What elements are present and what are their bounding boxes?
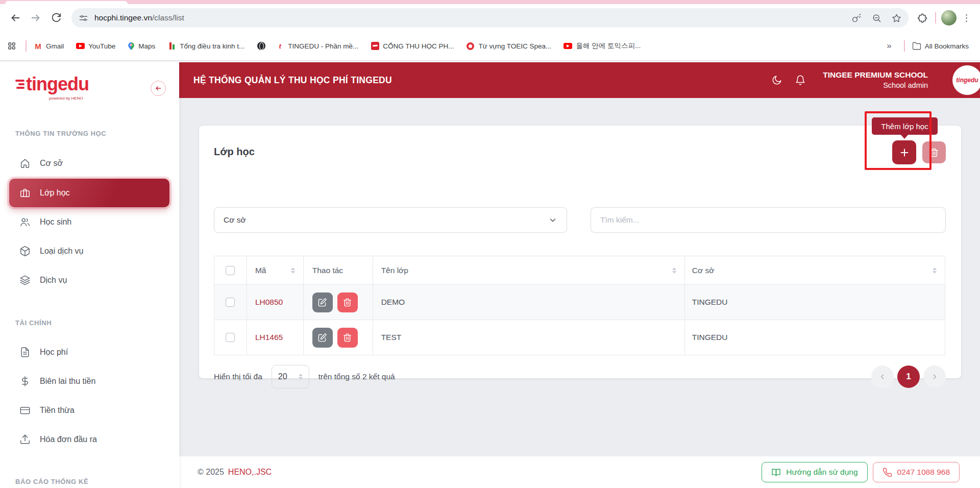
bookmark-korean[interactable]: 올해 안에 토익스피... <box>564 41 641 51</box>
tingedu-logo[interactable]: tingedu <box>15 74 89 95</box>
bookmarks-separator <box>904 40 905 52</box>
edit-button[interactable] <box>312 292 333 312</box>
section-label-finance: TÀI CHÍNH <box>15 319 52 327</box>
pagination-row: Hiển thị tối đa 20 trên tổng số 2 kết qu… <box>214 365 946 388</box>
app-footer: © 2025 HENO,.JSC Hướng dẫn sử dụng 0247 … <box>179 456 980 488</box>
browser-menu-button[interactable] <box>958 9 975 27</box>
bookmark-tingedu[interactable]: t TINGEDU - Phần mề... <box>276 42 358 51</box>
delete-button[interactable] <box>337 292 358 312</box>
sort-icon <box>291 267 295 274</box>
hotline-button[interactable]: 0247 1088 968 <box>873 462 960 482</box>
header-branch[interactable]: Cơ sở <box>685 256 945 284</box>
bookmark-cong-thu[interactable]: CỔNG THU HỌC PH... <box>371 42 454 51</box>
bookmark-toeic[interactable]: Từ vựng TOEIC Spea... <box>466 42 551 51</box>
delete-button[interactable] <box>337 328 358 348</box>
sidebar-item-loai-dich-vu[interactable]: Loại dịch vụ <box>9 238 169 264</box>
bookmark-youtube[interactable]: YouTube <box>76 42 115 51</box>
package-icon <box>19 246 31 257</box>
header-class-name[interactable]: Tên lớp <box>373 256 685 284</box>
table-header-row: Mã Thao tác Tên lớp Cơ sở <box>214 256 945 285</box>
tingee-square-icon <box>371 42 379 51</box>
school-name: TINGEE PREMIUM SCHOOL <box>823 70 928 81</box>
bookmark-gmail[interactable]: M Gmail <box>34 42 64 51</box>
next-page-button[interactable] <box>923 365 946 388</box>
bookmark-star-icon[interactable] <box>892 13 901 23</box>
page-size-selector[interactable]: 20 <box>272 365 309 388</box>
row-checkbox[interactable] <box>226 298 235 307</box>
notifications-button[interactable] <box>791 71 810 89</box>
company-link[interactable]: HENO,.JSC <box>228 468 272 477</box>
logo-speed-lines-icon <box>15 80 24 89</box>
prev-page-button[interactable] <box>871 365 894 388</box>
bookmark-label: Gmail <box>46 42 64 50</box>
all-bookmarks-button[interactable]: All Bookmarks <box>912 41 969 51</box>
back-icon <box>10 12 21 23</box>
phone-icon <box>883 468 892 477</box>
school-avatar[interactable]: tingedu <box>952 65 980 95</box>
class-code-link[interactable]: LH0850 <box>255 298 283 307</box>
select-all-cell <box>214 256 247 284</box>
edit-button[interactable] <box>312 328 333 348</box>
school-role: School admin <box>823 81 928 91</box>
sidebar-item-bien-lai[interactable]: Biên lai thu tiền <box>9 368 169 395</box>
sidebar-item-label: Loại dịch vụ <box>40 247 83 256</box>
pager: 1 <box>871 365 946 388</box>
bookmark-label: Từ vựng TOEIC Spea... <box>478 42 551 50</box>
sidebar-item-dich-vu[interactable]: Dịch vụ <box>9 267 169 294</box>
tingedu-favicon: t <box>276 42 284 51</box>
active-tab[interactable] <box>5 1 128 4</box>
dark-mode-button[interactable] <box>768 71 786 89</box>
logo-text: tingedu <box>26 74 89 95</box>
sidebar-item-label: Học sinh <box>40 217 71 227</box>
page-1-button[interactable]: 1 <box>897 365 920 388</box>
reload-button[interactable] <box>46 8 66 28</box>
url-text[interactable]: hocphi.tingee.vn/class/list <box>94 13 846 22</box>
sidebar-item-co-so[interactable]: Cơ sở <box>9 150 169 177</box>
edit-icon <box>317 333 327 343</box>
sidebar-item-hoa-don[interactable]: Hóa đơn đầu ra <box>9 426 169 453</box>
zoom-out-icon[interactable] <box>872 13 881 23</box>
page-size-prefix: Hiển thị tối đa <box>214 372 262 381</box>
select-all-checkbox[interactable] <box>226 266 235 275</box>
back-button[interactable] <box>5 8 26 28</box>
user-guide-button[interactable]: Hướng dẫn sử dụng <box>762 462 867 482</box>
section-label-reports: BÁO CÁO THỐNG KÊ <box>15 478 88 485</box>
search-input[interactable] <box>591 207 946 233</box>
row-checkbox[interactable] <box>226 333 235 342</box>
sidebar-item-label: Biên lai thu tiền <box>40 377 95 386</box>
sidebar-item-hoc-phi[interactable]: Học phí <box>9 339 169 365</box>
header-label: Tên lớp <box>381 266 408 275</box>
bookmark-maps[interactable]: Maps <box>128 42 155 51</box>
class-code-link[interactable]: LH1465 <box>255 333 283 342</box>
profile-button[interactable] <box>940 9 958 27</box>
site-settings-icon[interactable] <box>79 13 88 23</box>
sidebar: tingedu powered by HENO THÔNG TIN TRƯỜNG… <box>0 62 179 488</box>
header-label: Cơ sở <box>692 266 715 275</box>
url-bar[interactable]: hocphi.tingee.vn/class/list <box>71 8 909 28</box>
gso-bars-icon <box>167 42 176 50</box>
sidebar-collapse-button[interactable] <box>151 81 166 96</box>
app-title: HỆ THỐNG QUẢN LÝ THU HỌC PHÍ TINGEDU <box>193 75 392 86</box>
bookmarks-separator <box>26 40 27 52</box>
sidebar-item-label: Học phí <box>40 348 68 357</box>
toolbar-separator <box>935 12 936 23</box>
bookmark-globe[interactable] <box>257 42 265 51</box>
forward-button[interactable] <box>26 8 46 28</box>
branch-cell: TINGEDU <box>685 320 945 355</box>
globe-icon <box>257 42 265 51</box>
header-label: Thao tác <box>312 266 343 275</box>
extensions-button[interactable] <box>914 9 931 27</box>
header-code[interactable]: Mã <box>247 256 304 284</box>
bookmarks-overflow-button[interactable]: » <box>887 41 891 51</box>
account-info[interactable]: TINGEE PREMIUM SCHOOL School admin <box>823 70 928 90</box>
password-key-icon[interactable] <box>852 13 862 23</box>
bookmark-label: YouTube <box>88 42 115 50</box>
section-label-school-info: THÔNG TIN TRƯỜNG HỌC <box>15 130 106 137</box>
sidebar-item-hoc-sinh[interactable]: Học sinh <box>9 209 169 235</box>
sidebar-item-lop-hoc[interactable]: Lớp học <box>9 179 169 207</box>
apps-button[interactable] <box>7 41 16 51</box>
table-row: LH0850 DEMO TINGEDU <box>214 285 945 320</box>
branch-select[interactable]: Cơ sở <box>214 207 567 233</box>
sidebar-item-tien-thua[interactable]: Tiền thừa <box>9 397 169 424</box>
bookmark-gso[interactable]: Tổng điều tra kinh t... <box>167 42 244 50</box>
